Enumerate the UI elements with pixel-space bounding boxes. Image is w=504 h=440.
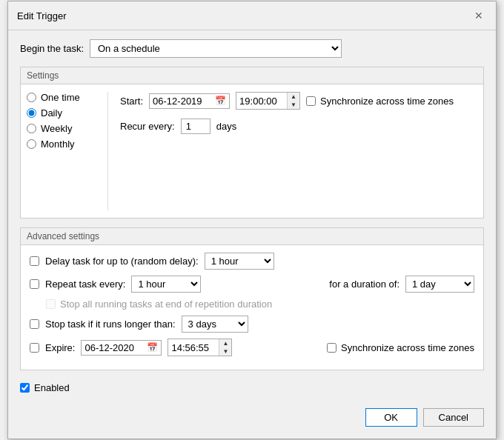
radio-weekly-label: Weekly	[41, 123, 72, 134]
radio-monthly-label: Monthly	[41, 139, 75, 150]
expire-time-field[interactable]	[168, 341, 219, 355]
start-label: Start:	[120, 96, 143, 107]
time-spin-up[interactable]: ▲	[288, 93, 299, 101]
time-spin-down[interactable]: ▼	[288, 101, 299, 109]
ok-button[interactable]: OK	[365, 408, 417, 427]
radio-monthly[interactable]: Monthly	[27, 139, 96, 150]
sync-checkbox[interactable]	[306, 96, 316, 106]
schedule-types: One time Daily Weekly Monthly	[27, 92, 108, 210]
advanced-header: Advanced settings	[21, 228, 483, 245]
advanced-content: Delay task for up to (random delay): 1 h…	[21, 245, 483, 370]
sync-checkbox-label[interactable]: Synchronize across time zones	[306, 96, 454, 107]
radio-daily-input[interactable]	[27, 108, 36, 118]
for-duration-label: for a duration of:	[329, 279, 399, 290]
repeat-label: Repeat task every:	[45, 279, 125, 290]
advanced-section: Advanced settings Delay task for up to (…	[20, 227, 484, 370]
radio-monthly-input[interactable]	[27, 139, 36, 149]
repeat-row: Repeat task every: 1 hour 30 minutes 2 h…	[30, 276, 474, 293]
expire-spin-down[interactable]: ▼	[219, 347, 231, 356]
delay-select[interactable]: 1 hour 30 minutes 2 hours	[205, 253, 274, 270]
recur-unit: days	[216, 121, 236, 132]
enabled-row: Enabled	[20, 379, 484, 396]
expire-date-input: 📅	[81, 340, 162, 356]
radio-daily-label: Daily	[41, 107, 62, 119]
settings-content: One time Daily Weekly Monthly	[21, 84, 483, 218]
start-date-field[interactable]	[153, 96, 212, 107]
dialog-body: Begin the task: On a schedule At log on …	[8, 30, 496, 439]
begin-task-select[interactable]: On a schedule At log on At startup On id…	[90, 39, 342, 58]
repeat-checkbox[interactable]	[30, 279, 39, 289]
time-spin-buttons: ▲ ▼	[287, 93, 299, 109]
buttons-row: OK Cancel	[20, 405, 484, 430]
stop-running-checkbox	[46, 299, 56, 309]
repeat-select[interactable]: 1 hour 30 minutes 2 hours	[131, 276, 201, 293]
enabled-checkbox[interactable]	[20, 383, 30, 393]
radio-daily[interactable]: Daily	[27, 107, 96, 119]
close-button[interactable]: ✕	[471, 7, 487, 24]
start-row: Start: 📅 ▲ ▼	[120, 92, 477, 110]
schedule-details: Start: 📅 ▲ ▼	[108, 92, 477, 210]
enabled-label: Enabled	[34, 382, 70, 393]
settings-section: Settings One time Daily Weekly	[20, 67, 484, 219]
stop-running-row: Stop all running tasks at end of repetit…	[30, 299, 474, 310]
dialog-title: Edit Trigger	[17, 10, 66, 21]
expire-checkbox[interactable]	[30, 343, 39, 353]
expire-time-input: ▲ ▼	[168, 339, 232, 356]
sync-label: Synchronize across time zones	[320, 96, 454, 107]
start-time-field[interactable]	[236, 94, 287, 108]
recur-label: Recur every:	[120, 121, 175, 132]
expire-label: Expire:	[45, 342, 75, 353]
recur-value-input[interactable]	[181, 119, 210, 134]
radio-one-time-input[interactable]	[27, 93, 36, 102]
expire-spin-up[interactable]: ▲	[219, 339, 231, 347]
for-duration-select[interactable]: 1 day 2 days Indefinitely	[405, 276, 474, 293]
edit-trigger-dialog: Edit Trigger ✕ Begin the task: On a sche…	[7, 1, 497, 439]
begin-task-row: Begin the task: On a schedule At log on …	[20, 39, 484, 58]
for-duration-group: for a duration of: 1 day 2 days Indefini…	[329, 276, 474, 293]
cancel-button[interactable]: Cancel	[423, 408, 484, 427]
recur-row: Recur every: days	[120, 119, 477, 134]
calendar-icon[interactable]: 📅	[215, 96, 226, 106]
stop-task-select[interactable]: 3 days 1 day 2 hours	[182, 316, 248, 333]
radio-weekly-input[interactable]	[27, 124, 36, 133]
begin-task-label: Begin the task:	[20, 43, 84, 54]
delay-label: Delay task for up to (random delay):	[45, 256, 199, 267]
radio-one-time-label: One time	[41, 92, 80, 103]
expire-date-field[interactable]	[84, 342, 144, 353]
expire-sync-label[interactable]: Synchronize across time zones	[327, 342, 474, 353]
expire-calendar-icon[interactable]: 📅	[147, 342, 158, 353]
delay-row: Delay task for up to (random delay): 1 h…	[30, 253, 474, 270]
stop-task-label: Stop task if it runs longer than:	[45, 319, 176, 330]
settings-header: Settings	[21, 67, 483, 84]
expire-sync-text: Synchronize across time zones	[341, 342, 474, 353]
expire-sync-checkbox[interactable]	[327, 343, 336, 353]
stop-running-label: Stop all running tasks at end of repetit…	[60, 299, 272, 310]
delay-checkbox[interactable]	[30, 256, 39, 266]
radio-one-time[interactable]: One time	[27, 92, 96, 103]
title-bar: Edit Trigger ✕	[8, 1, 496, 30]
stop-task-row: Stop task if it runs longer than: 3 days…	[30, 316, 474, 333]
start-date-input: 📅	[149, 93, 230, 109]
stop-task-checkbox[interactable]	[30, 319, 39, 329]
start-time-input: ▲ ▼	[236, 92, 300, 110]
radio-weekly[interactable]: Weekly	[27, 123, 96, 134]
expire-spin-buttons: ▲ ▼	[219, 339, 231, 356]
expire-row: Expire: 📅 ▲ ▼ Synchronize a	[30, 339, 474, 356]
